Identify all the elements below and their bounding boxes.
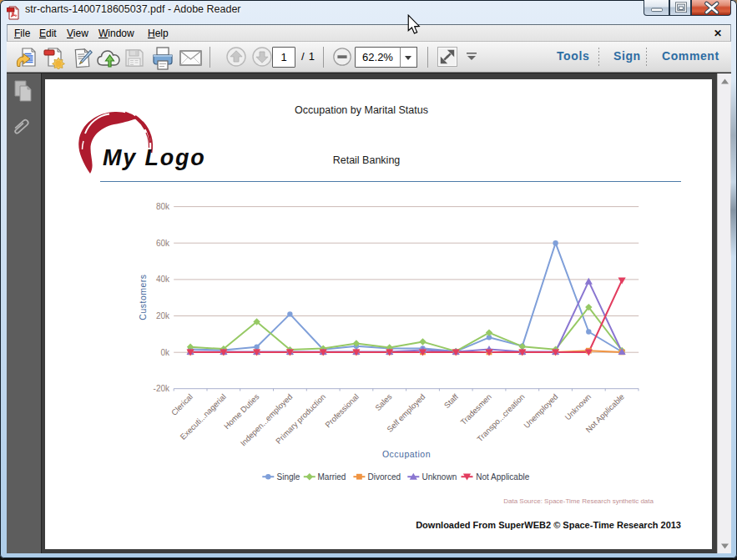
svg-text:40k: 40k bbox=[156, 275, 170, 284]
svg-text:-20k: -20k bbox=[154, 384, 170, 393]
svg-text:Married: Married bbox=[318, 472, 346, 482]
svg-text:60k: 60k bbox=[156, 239, 170, 248]
svg-text:80k: 80k bbox=[156, 202, 170, 211]
svg-text:Clerical: Clerical bbox=[169, 392, 194, 417]
svg-text:Not Applicable: Not Applicable bbox=[476, 472, 529, 482]
svg-text:Staff: Staff bbox=[442, 391, 461, 410]
svg-text:Tradesmen: Tradesmen bbox=[458, 392, 493, 427]
svg-text:20k: 20k bbox=[156, 311, 170, 320]
svg-text:Occupation: Occupation bbox=[382, 449, 431, 459]
svg-text:Single: Single bbox=[277, 472, 300, 482]
svg-text:Unemployed: Unemployed bbox=[522, 392, 559, 430]
svg-text:Customers: Customers bbox=[138, 274, 148, 320]
svg-text:Divorced: Divorced bbox=[368, 472, 401, 482]
svg-text:0k: 0k bbox=[160, 348, 170, 357]
svg-text:Unknown: Unknown bbox=[422, 472, 457, 482]
svg-text:Unknown: Unknown bbox=[563, 392, 593, 422]
svg-text:Sales: Sales bbox=[373, 391, 394, 412]
svg-text:Professional: Professional bbox=[323, 392, 361, 430]
